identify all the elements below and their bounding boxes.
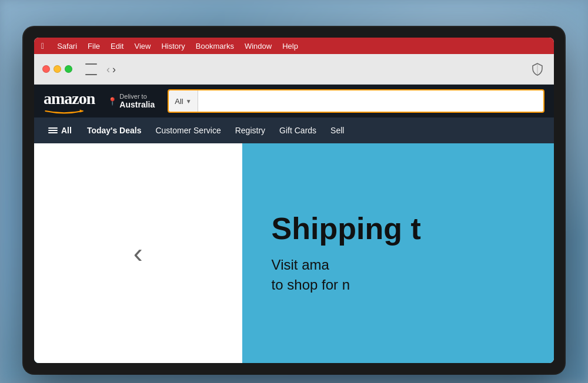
- nav-all-menu[interactable]: All: [44, 122, 76, 139]
- fullscreen-button[interactable]: [65, 65, 72, 73]
- amazon-nav: All Today's Deals Customer Service Regis…: [34, 117, 554, 143]
- back-button[interactable]: ‹: [106, 64, 110, 75]
- menu-view[interactable]: View: [134, 42, 151, 51]
- apple-icon[interactable]: : [41, 41, 44, 51]
- hamburger-line: [48, 132, 58, 133]
- hamburger-icon: [48, 127, 58, 133]
- traffic-lights: [42, 65, 72, 73]
- forward-button[interactable]: ›: [112, 64, 116, 75]
- hamburger-line: [48, 127, 58, 129]
- search-bar[interactable]: All ▼: [168, 89, 544, 113]
- menu-window[interactable]: Window: [245, 42, 272, 51]
- chevron-down-icon: ▼: [186, 98, 192, 105]
- menu-history[interactable]: History: [161, 42, 185, 51]
- menu-edit[interactable]: Edit: [111, 42, 123, 51]
- close-button[interactable]: [42, 65, 50, 73]
- svg-marker-0: [80, 110, 84, 113]
- sidebar-icon-bar: [85, 74, 97, 75]
- sidebar-toggle-button[interactable]: [83, 63, 99, 75]
- deliver-to-line1: Deliver to: [119, 93, 155, 100]
- menu-bookmarks[interactable]: Bookmarks: [196, 42, 234, 51]
- carousel-prev-button[interactable]: ‹: [133, 239, 143, 267]
- hero-left-panel: ‹: [34, 143, 242, 363]
- location-icon: 📍: [108, 97, 117, 106]
- amazon-content: amazon 📍 Deliver to Australia: [34, 85, 554, 363]
- hero-title: Shipping t: [272, 212, 524, 246]
- browser-window:  Safari File Edit View History Bookmark…: [34, 38, 554, 363]
- amazon-logo[interactable]: amazon: [44, 90, 95, 112]
- menu-help[interactable]: Help: [282, 42, 298, 51]
- hero-area: ‹ Shipping t Visit ama to shop for n: [34, 143, 554, 363]
- menu-file[interactable]: File: [88, 42, 100, 51]
- mac-menubar:  Safari File Edit View History Bookmark…: [34, 38, 554, 54]
- search-category-label: All: [175, 97, 183, 106]
- deliver-to-line2: Australia: [119, 100, 155, 109]
- amazon-logo-text: amazon: [44, 90, 95, 107]
- nav-all-label: All: [61, 126, 72, 135]
- nav-registry[interactable]: Registry: [229, 122, 271, 139]
- deliver-to-text: Deliver to Australia: [119, 93, 155, 109]
- hero-subtitle-line2: to shop for n: [272, 275, 524, 295]
- nav-arrows: ‹ ›: [106, 64, 116, 75]
- minimize-button[interactable]: [54, 65, 61, 73]
- hamburger-line: [48, 130, 58, 131]
- amazon-header: amazon 📍 Deliver to Australia: [34, 85, 554, 117]
- search-input[interactable]: [198, 90, 543, 112]
- hero-right-content: Shipping t Visit ama to shop for n: [242, 189, 554, 318]
- safari-chrome: ‹ ›: [34, 54, 554, 85]
- nav-customer-service[interactable]: Customer Service: [149, 122, 226, 139]
- monitor-frame:  Safari File Edit View History Bookmark…: [24, 27, 564, 374]
- hero-subtitle-line1: Visit ama: [272, 255, 524, 275]
- sidebar-icon-bar: [85, 63, 97, 65]
- nav-gift-cards[interactable]: Gift Cards: [273, 122, 322, 139]
- search-category-dropdown[interactable]: All ▼: [169, 90, 198, 112]
- deliver-to[interactable]: 📍 Deliver to Australia: [104, 90, 158, 112]
- nav-sell[interactable]: Sell: [325, 122, 350, 139]
- shield-icon[interactable]: [529, 61, 546, 78]
- nav-todays-deals[interactable]: Today's Deals: [81, 122, 148, 139]
- amazon-arrow-icon: [44, 106, 85, 112]
- menu-safari[interactable]: Safari: [57, 42, 77, 51]
